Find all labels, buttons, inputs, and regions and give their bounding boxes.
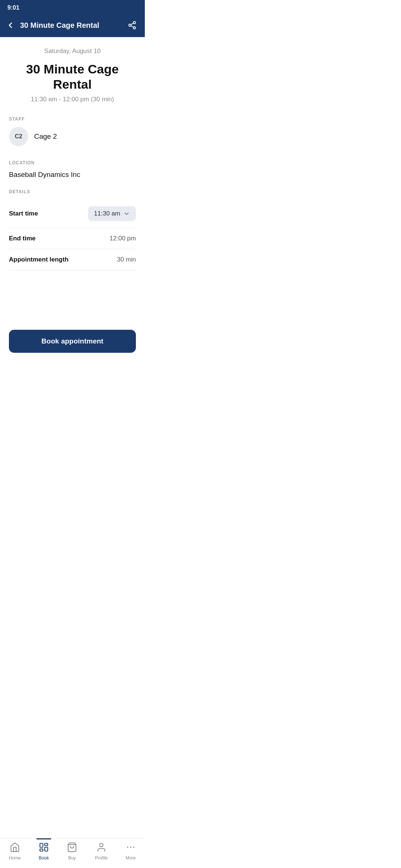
share-button[interactable] <box>126 19 138 31</box>
book-appointment-button[interactable]: Book appointment <box>9 330 136 353</box>
svg-line-4 <box>131 23 134 25</box>
details-section-label: DETAILS <box>9 189 136 194</box>
status-time: 9:01 <box>7 4 19 11</box>
event-time-range: 11:30 am - 12:00 pm (30 min) <box>9 96 136 103</box>
header-left: 30 Minute Cage Rental <box>4 19 99 31</box>
title-block: 30 Minute Cage Rental 11:30 am - 12:00 p… <box>9 58 136 106</box>
date-section: Saturday, August 10 <box>9 37 136 58</box>
app-header: 30 Minute Cage Rental <box>0 15 145 37</box>
svg-line-3 <box>131 26 134 27</box>
back-button[interactable] <box>4 19 16 31</box>
staff-avatar-initials: C2 <box>15 133 22 140</box>
end-time-row: End time 12:00 pm <box>9 228 136 249</box>
event-title: 30 Minute Cage Rental <box>9 62 136 92</box>
location-section-label: LOCATION <box>9 160 136 165</box>
end-time-value: 12:00 pm <box>110 235 136 242</box>
main-content: Saturday, August 10 30 Minute Cage Renta… <box>0 37 145 322</box>
status-bar: 9:01 <box>0 0 145 15</box>
staff-name: Cage 2 <box>34 132 57 141</box>
header-title: 30 Minute Cage Rental <box>20 21 99 30</box>
book-button-wrapper: Book appointment <box>0 322 145 359</box>
chevron-down-icon <box>123 210 130 217</box>
staff-row: C2 Cage 2 <box>9 127 136 150</box>
appointment-length-label: Appointment length <box>9 256 69 263</box>
start-time-value: 11:30 am <box>94 210 120 217</box>
start-time-label: Start time <box>9 210 38 217</box>
appointment-length-row: Appointment length 30 min <box>9 249 136 270</box>
end-time-label: End time <box>9 235 36 242</box>
start-time-button[interactable]: 11:30 am <box>88 206 136 221</box>
event-date: Saturday, August 10 <box>44 47 101 55</box>
location-name: Baseball Dynamics Inc <box>9 171 136 179</box>
staff-avatar: C2 <box>9 127 28 146</box>
staff-section-label: STAFF <box>9 116 136 122</box>
start-time-row: Start time 11:30 am <box>9 200 136 228</box>
back-icon <box>6 21 15 30</box>
appointment-length-value: 30 min <box>117 256 136 263</box>
share-icon <box>128 21 137 30</box>
